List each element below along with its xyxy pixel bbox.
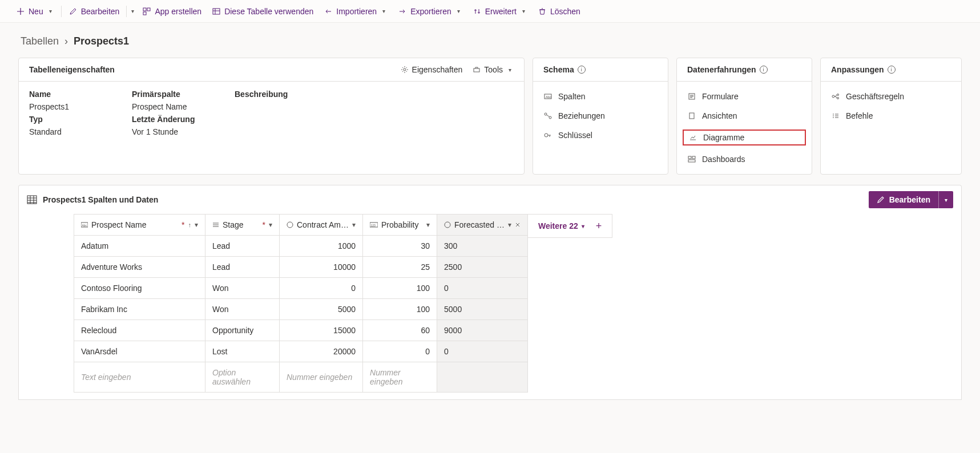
cell-probability[interactable]: 100 [363,278,437,299]
cell-prospect-name[interactable]: Adventure Works [74,257,205,278]
export-button[interactable]: Exportieren ▾ [393,2,467,21]
svg-rect-5 [474,68,479,72]
advanced-button[interactable]: Erweitert ▾ [468,2,532,21]
cell-stage[interactable]: Lost [205,341,280,362]
forms-link[interactable]: Formulare [687,90,801,103]
chart-icon [688,134,697,141]
placeholder-option[interactable]: Option auswählen [205,362,280,393]
cell-prospect-name[interactable]: Contoso Flooring [74,278,205,299]
chevron-down-icon: ▾ [269,221,272,229]
choice-icon [212,222,219,228]
charts-link[interactable]: Diagramme [683,130,806,145]
data-experiences-card: Datenerfahrungen i Formulare Ansichten D… [676,58,812,175]
cell-probability[interactable]: 0 [363,341,437,362]
cell-stage[interactable]: Opportunity [205,320,280,341]
header-prospect-name[interactable]: Abc Prospect Name* ↑ ▾ [74,215,205,236]
svg-rect-12 [689,113,694,119]
columns-link[interactable]: Abc Spalten [543,90,658,103]
cell-stage[interactable]: Won [205,299,280,320]
header-contract-amount[interactable]: Contract Am… ▾ [280,215,363,236]
import-icon [324,7,333,16]
cell-contract-amount[interactable]: 20000 [280,341,363,362]
column-icon: Abc [543,93,552,100]
cell-contract-amount[interactable]: 5000 [280,299,363,320]
cell-prospect-name[interactable]: Fabrikam Inc [74,299,205,320]
header-label: Probability [381,220,423,229]
chevron-down-icon: ▾ [520,8,527,14]
cell-probability[interactable]: 100 [363,299,437,320]
relationships-link[interactable]: Beziehungen [543,109,658,123]
toolbox-icon [473,66,481,74]
columns-label: Spalten [558,92,585,101]
cell-stage[interactable]: Lead [205,236,280,257]
cell-probability[interactable]: 25 [363,257,437,278]
new-button[interactable]: Neu ▾ [11,2,59,21]
edit-dropdown-button[interactable]: ▾ [938,191,953,208]
edit-split-button[interactable]: Bearbeiten ▾ [869,191,953,208]
info-icon[interactable]: i [760,66,768,74]
schema-card: Schema i Abc Spalten Beziehungen Schlüss… [533,58,668,175]
commands-link[interactable]: Befehle [831,109,951,123]
cell-probability[interactable]: 30 [363,236,437,257]
table-row[interactable]: Contoso FlooringWon01000 [74,278,528,299]
export-icon [398,7,407,16]
cell-contract-amount[interactable]: 0 [280,278,363,299]
info-icon[interactable]: i [888,66,896,74]
cell-probability[interactable]: 60 [363,320,437,341]
import-button[interactable]: Importieren ▾ [319,2,392,21]
svg-text:Abc: Abc [546,95,551,99]
key-icon [543,132,552,139]
delete-button[interactable]: Löschen [533,2,585,21]
table-row[interactable]: RelecloudOpportunity15000609000 [74,320,528,341]
placeholder-text[interactable]: Text eingeben [74,362,205,393]
cell-stage[interactable]: Lead [205,257,280,278]
business-rules-label: Geschäftsregeln [846,92,904,101]
chevron-down-icon: ▾ [380,8,388,14]
use-table-button[interactable]: Diese Tabelle verwenden [207,2,318,21]
cell-contract-amount[interactable]: 10000 [280,257,363,278]
header-label: Stage [223,220,259,229]
properties-action[interactable]: Eigenschaften [401,65,463,74]
breadcrumb-root[interactable]: Tabellen [21,35,59,47]
cell-contract-amount[interactable]: 15000 [280,320,363,341]
settings-icon [473,7,482,16]
edit-button[interactable]: Bearbeiten [64,2,124,21]
header-probability[interactable]: 123 Probability ▾ [363,215,437,236]
svg-rect-1 [147,8,150,11]
more-columns-button[interactable]: Weitere 22 ▾ [538,221,584,230]
cell-prospect-name[interactable]: VanArsdel [74,341,205,362]
tools-action[interactable]: Tools ▾ [473,65,514,74]
views-link[interactable]: Ansichten [687,109,801,123]
create-app-button[interactable]: App erstellen [138,2,206,21]
command-bar: Neu ▾ Bearbeiten ▾ App erstellen Diese T… [0,0,980,23]
info-icon[interactable]: i [578,66,586,74]
add-column-button[interactable]: + [596,220,602,232]
cell-prospect-name[interactable]: Adatum [74,236,205,257]
cell-stage[interactable]: Won [205,278,280,299]
dashboards-link[interactable]: Dashboards [687,152,801,166]
cell-contract-amount[interactable]: 1000 [280,236,363,257]
header-forecasted[interactable]: Forecasted … ▾ [437,215,528,236]
table-properties-card: Tabelleneigenschaften Eigenschaften Tool… [18,58,525,175]
keys-link[interactable]: Schlüssel [543,128,658,142]
label-modified: Letzte Änderung [132,115,235,124]
cell-prospect-name[interactable]: Relecloud [74,320,205,341]
placeholder-number[interactable]: Nummer eingeben [280,362,363,393]
table-row[interactable]: Adventure WorksLead10000252500 [74,257,528,278]
placeholder-number[interactable]: Nummer eingeben [363,362,437,393]
new-row-placeholder[interactable]: Text eingeben Option auswählen Nummer ei… [74,362,528,393]
label-name: Name [29,90,132,99]
tools-action-label: Tools [484,65,503,74]
business-rules-link[interactable]: Geschäftsregeln [831,90,951,103]
header-label: Contract Am… [297,220,349,229]
table-row[interactable]: Fabrikam IncWon50001005000 [74,299,528,320]
chevron-down-icon[interactable]: ▾ [129,8,136,14]
label-primary: Primärspalte [132,90,235,99]
edit-main-button[interactable]: Bearbeiten [869,191,938,208]
table-row[interactable]: AdatumLead100030300 [74,236,528,257]
views-label: Ansichten [702,111,737,120]
svg-rect-3 [213,9,220,14]
table-row[interactable]: VanArsdelLost2000000 [74,341,528,362]
header-stage[interactable]: Stage* ▾ [205,215,280,236]
advanced-label: Erweitert [485,7,517,16]
